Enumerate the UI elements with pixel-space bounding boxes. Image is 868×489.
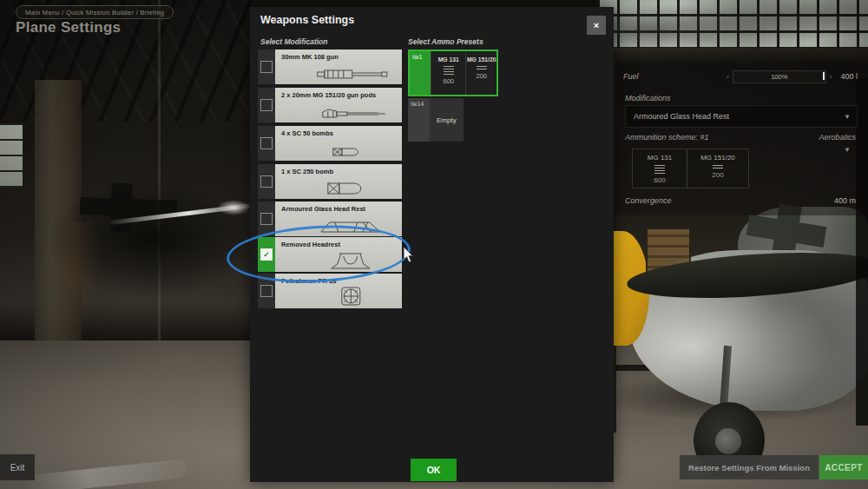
ammo-count: 200 <box>476 72 487 80</box>
preset-cell-empty[interactable]: Empty <box>429 98 464 142</box>
mod-item-sc50-bombs[interactable]: ✓ 4 x SC 50 bombs <box>258 126 402 161</box>
checkmark-icon: ✓ <box>260 137 273 149</box>
checkmark-icon: ✓ <box>260 175 273 188</box>
chevron-down-icon[interactable]: ▼ <box>844 146 851 154</box>
exit-button[interactable]: Exit <box>0 454 35 480</box>
checkmark-icon: ✓ <box>260 61 273 73</box>
mod-option-panel[interactable]: 4 x SC 50 bombs <box>275 126 402 161</box>
window-shading <box>597 0 868 50</box>
ok-button[interactable]: OK <box>411 459 457 481</box>
fuel-increase-arrow[interactable]: › <box>826 73 836 81</box>
fuel-decrease-arrow[interactable]: ‹ <box>723 73 733 81</box>
mod-option-label: Armoured Glass Head Rest <box>275 202 402 213</box>
mod-item-mk108[interactable]: ✓ 30mm MK 108 gun <box>258 50 402 84</box>
modifications-dropdown-value: Armoured Glass Head Rest <box>626 112 844 121</box>
girder <box>573 48 868 62</box>
restore-settings-button[interactable]: Restore Settings From Mission <box>680 455 819 479</box>
ammo-cell-mg131: MG 131 600 <box>632 149 687 188</box>
checkbox[interactable]: ✓ <box>258 164 275 199</box>
mod-item-sc250-bomb[interactable]: ✓ 1 x SC 250 bomb <box>258 164 402 199</box>
chevron-down-icon: ▼ <box>844 113 857 121</box>
mod-option-panel[interactable]: 30mm MK 108 gun <box>275 50 402 84</box>
dialog-title: Weapons Settings <box>260 14 354 26</box>
mod-item-gun-pods[interactable]: ✓ 2 x 20mm MG 151/20 gun pods <box>258 88 402 122</box>
ammo-belt-icon <box>477 66 487 69</box>
mod-option-panel[interactable]: 1 x SC 250 bomb <box>275 164 402 199</box>
ammo-count: 200 <box>712 171 723 179</box>
aerobatics-label: Aerobatics <box>755 133 856 142</box>
mod-option-label: 2 x 20mm MG 151/20 gun pods <box>275 88 402 99</box>
convergence-value: 400 m <box>781 196 856 205</box>
bomb-drawing <box>299 180 394 197</box>
mod-option-panel[interactable]: 2 x 20mm MG 151/20 gun pods <box>275 88 402 122</box>
ammo-preset-1[interactable]: №1 MG 131 600 MG 151/20 200 <box>408 50 498 96</box>
mod-option-label: 1 x SC 250 bomb <box>275 164 402 175</box>
loop-antenna-drawing <box>299 286 394 307</box>
select-modification-label: Select Modification <box>260 37 327 46</box>
gun-name: MG 131 <box>648 154 672 162</box>
wall-cross <box>110 183 133 233</box>
fuel-slider[interactable]: 100% <box>733 70 826 83</box>
ammo-belt-icon <box>654 165 665 174</box>
preset-cell-mg15120[interactable]: MG 151/20 200 <box>465 51 496 95</box>
ammo-scheme-label: Ammunition scheme: #1 <box>625 133 709 142</box>
empty-label: Empty <box>437 116 457 124</box>
ammo-count: 600 <box>654 176 665 184</box>
gun-name: MG 151/20 <box>467 56 496 63</box>
wheel-hub <box>715 428 741 454</box>
gun-name: MG 151/20 <box>700 154 735 162</box>
mod-option-label: 4 x SC 50 bombs <box>275 126 402 137</box>
preset-cell-mg131[interactable]: MG 131 600 <box>431 51 465 95</box>
checkmark-icon: ✓ <box>260 285 273 297</box>
fuel-row: Fuel ‹ 100% › 400 l <box>623 69 858 83</box>
modifications-dropdown[interactable]: Armoured Glass Head Rest ▼ <box>625 105 858 128</box>
convergence-label: Convergence <box>625 196 672 205</box>
left-wall-window <box>0 123 23 188</box>
checkbox[interactable]: ✓ <box>258 126 275 161</box>
bomb-drawing <box>299 145 394 159</box>
checkmark-icon: ✓ <box>260 99 273 111</box>
gun-pod-drawing <box>299 107 394 121</box>
page-title: Plane Settings <box>16 19 121 36</box>
checkmark-icon: ✓ <box>260 213 273 225</box>
ammo-count: 600 <box>444 77 455 85</box>
fuel-value: 400 l <box>840 72 858 81</box>
wing-highlight-spot <box>217 200 250 215</box>
fuel-percent: 100% <box>771 73 787 81</box>
mod-option-label: 30mm MK 108 gun <box>275 50 402 61</box>
ammo-belt-icon <box>444 66 454 75</box>
modifications-label: Modifications <box>625 94 671 102</box>
cannon-drawing <box>299 67 394 83</box>
preset-number: №14 <box>408 98 429 142</box>
mouse-cursor <box>402 246 415 264</box>
ammo-cell-mg15120: MG 151/20 200 <box>687 149 749 188</box>
breadcrumb[interactable]: Main Menu / Quick Mission Builder / Brie… <box>16 5 174 19</box>
fuel-label: Fuel <box>623 72 639 81</box>
preset-number: №1 <box>410 51 431 95</box>
ammo-belt-icon <box>713 165 723 169</box>
accept-button[interactable]: ACCEPT <box>819 455 868 479</box>
fuel-slider-handle[interactable] <box>823 72 825 80</box>
checkbox[interactable]: ✓ <box>258 88 275 122</box>
ammo-preset-14[interactable]: №14 Empty <box>408 98 464 142</box>
gun-name: MG 131 <box>438 56 459 63</box>
close-button[interactable]: × <box>587 16 606 35</box>
checkbox[interactable]: ✓ <box>258 50 275 84</box>
select-ammo-presets-label: Select Ammo Presets <box>408 37 483 46</box>
